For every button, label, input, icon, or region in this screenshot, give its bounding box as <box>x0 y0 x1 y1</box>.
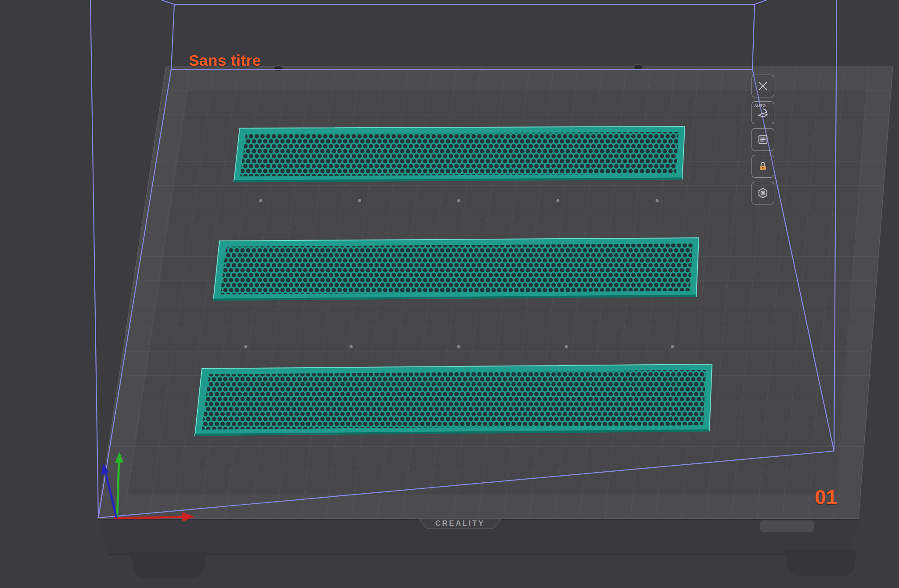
plate-list-button[interactable] <box>752 128 774 151</box>
plate-preview-button[interactable] <box>752 182 774 204</box>
lock-icon <box>757 160 769 172</box>
brand-label: CREALITY <box>435 519 485 527</box>
list-icon <box>757 133 769 146</box>
delete-plate-button[interactable] <box>752 75 774 97</box>
plate-clip-tab <box>760 520 814 532</box>
eye-hexagon-icon <box>756 186 770 200</box>
bed-foot-left <box>130 552 207 578</box>
model-strip-2[interactable] <box>213 238 699 300</box>
model-strip-3[interactable] <box>195 364 712 435</box>
close-icon <box>757 80 769 92</box>
plate-number-label: 01 <box>815 485 837 509</box>
plate-title: Sans titre <box>189 52 261 69</box>
plate-toolbar: AUTO <box>752 75 774 204</box>
auto-orient-button[interactable]: AUTO <box>752 101 774 124</box>
bed-foot-right <box>784 550 857 576</box>
lock-plate-button[interactable] <box>752 155 774 178</box>
auto-orient-icon <box>756 106 770 119</box>
viewport-3d[interactable]: CREALITY <box>0 0 899 588</box>
model-strip-1[interactable] <box>234 126 685 182</box>
auto-badge-label: AUTO <box>754 104 766 108</box>
